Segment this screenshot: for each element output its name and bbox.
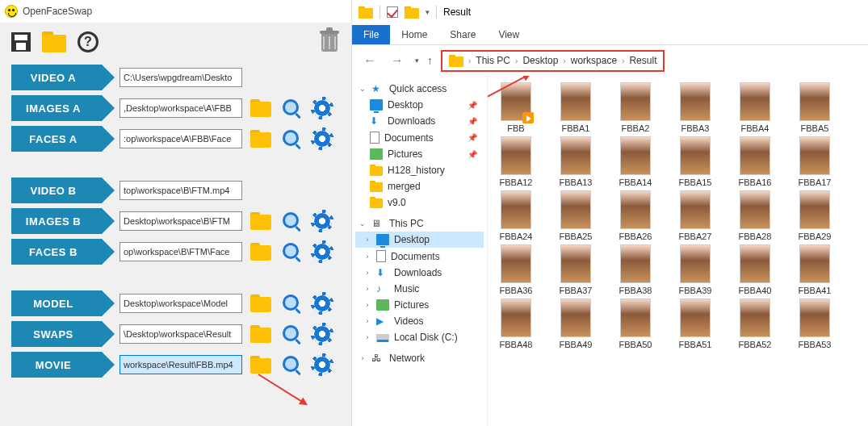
file-item[interactable]: FBBA24 [491,190,541,241]
tab-file[interactable]: File [352,25,390,44]
tree-pc-pictures[interactable]: ›Pictures [355,297,484,313]
file-item[interactable]: FBBA52 [730,299,780,349]
field-video-b[interactable] [120,181,242,200]
file-item[interactable]: FBBA50 [610,299,660,349]
tag-video-b[interactable]: VIDEO B [11,178,102,203]
file-item[interactable]: FBBA39 [670,244,720,295]
settings-button-faces-b[interactable] [310,240,334,264]
folder-button-images-b[interactable] [249,209,273,233]
file-item[interactable]: FBBA40 [730,244,780,295]
tag-swaps[interactable]: SWAPS [11,321,102,347]
folder-button-movie[interactable] [249,353,273,377]
crumb-workspace[interactable]: workspace [571,55,617,66]
file-item[interactable]: FBBA3 [670,82,720,133]
field-model[interactable] [120,294,242,313]
tree-h128[interactable]: H128_history [355,162,484,178]
tree-merged[interactable]: merged [355,178,484,194]
tab-view[interactable]: View [487,25,530,44]
dropdown-icon[interactable]: ▾ [426,8,430,16]
file-item[interactable]: FBBA49 [551,299,601,349]
tree-pc-documents[interactable]: ›Documents [355,248,484,265]
tree-documents[interactable]: Documents📌 [355,129,484,146]
quick-access-check-icon[interactable] [387,6,398,18]
file-item[interactable]: FBBA4 [730,82,780,133]
tree-downloads[interactable]: ⬇Downloads📌 [355,113,484,129]
folder-button-faces-a[interactable] [249,127,273,151]
folder-button-model[interactable] [249,291,273,315]
tree-pc-desktop[interactable]: ›Desktop [355,232,484,248]
file-item[interactable]: FBBA26 [610,190,660,241]
crumb-result[interactable]: Result [629,55,656,66]
tree-desktop[interactable]: Desktop📌 [355,97,484,113]
tag-movie[interactable]: MOVIE [11,352,102,378]
search-button-faces-b[interactable] [279,240,304,264]
search-button-images-b[interactable] [279,209,304,233]
field-video-a[interactable] [120,68,242,87]
search-button-faces-a[interactable] [279,127,304,151]
file-item[interactable]: FBBA13 [551,136,601,187]
file-item[interactable]: FBBA51 [670,299,720,349]
settings-button-faces-a[interactable] [310,127,334,151]
file-item[interactable]: FBBA17 [790,136,840,187]
search-button-model[interactable] [279,291,304,315]
tag-video-a[interactable]: VIDEO A [11,65,102,90]
file-item[interactable]: FBBA2 [610,82,660,133]
file-item[interactable]: FBBA16 [730,136,780,187]
field-faces-a[interactable] [120,129,242,148]
help-icon[interactable]: ? [78,31,99,52]
trash-icon[interactable] [319,31,340,53]
tree-pc-music[interactable]: ›♪Music [355,281,484,297]
tree-local-disk[interactable]: ›Local Disk (C:) [355,329,484,345]
tag-model[interactable]: MODEL [11,290,102,316]
open-folder-icon[interactable] [42,31,66,52]
file-item[interactable]: FBBA41 [790,244,840,295]
folder-button-images-a[interactable] [249,96,273,120]
folder-button-swaps[interactable] [249,322,273,346]
file-item[interactable]: FBBA12 [491,136,541,187]
field-swaps[interactable] [120,324,242,344]
field-movie[interactable] [120,355,242,374]
file-item[interactable]: FBBA36 [491,244,541,295]
tree-network[interactable]: ›🖧Network [355,350,484,366]
nav-forward-icon[interactable]: → [388,53,407,68]
tag-images-a[interactable]: IMAGES A [11,95,102,121]
settings-button-swaps[interactable] [310,322,334,346]
field-images-a[interactable] [120,98,242,118]
file-item[interactable]: FBBA14 [610,136,660,187]
tag-images-b[interactable]: IMAGES B [11,208,102,234]
file-item[interactable]: FBBA38 [610,244,660,295]
save-icon[interactable] [11,32,31,52]
tree-v90[interactable]: v9.0 [355,194,484,211]
tree-pc-videos[interactable]: ›▶Videos [355,313,484,329]
folder-button-faces-b[interactable] [249,240,273,264]
tag-faces-a[interactable]: FACES A [11,126,102,152]
file-item[interactable]: FBBA48 [491,299,541,349]
search-button-images-a[interactable] [279,96,304,120]
file-item[interactable]: FBBA53 [790,299,840,349]
tab-home[interactable]: Home [390,25,438,44]
file-item[interactable]: FBBA27 [670,190,720,241]
nav-up-icon[interactable]: ↑ [427,54,433,67]
tree-this-pc[interactable]: ⌄🖥This PC [355,215,484,232]
settings-button-movie[interactable] [310,353,334,377]
file-item[interactable]: FBBA1 [551,82,601,133]
crumb-desktop[interactable]: Desktop [522,55,558,66]
file-item[interactable]: FBBA5 [790,82,840,133]
file-item[interactable]: FBBA25 [551,190,601,241]
field-faces-b[interactable] [120,242,242,261]
breadcrumb[interactable]: › This PC › Desktop › workspace › Result [441,50,665,72]
file-item[interactable]: FBBA29 [790,190,840,241]
file-item[interactable]: FBBA37 [551,244,601,295]
nav-history-icon[interactable]: ▾ [415,56,419,65]
quick-folder-icon[interactable] [405,6,419,19]
tree-pictures[interactable]: Pictures📌 [355,146,484,162]
settings-button-images-a[interactable] [310,96,334,120]
tree-quick-access[interactable]: ⌄★Quick access [355,81,484,97]
tab-share[interactable]: Share [438,25,487,44]
search-button-swaps[interactable] [279,322,304,346]
tag-faces-b[interactable]: FACES B [11,239,102,265]
file-item[interactable]: FBBA15 [670,136,720,187]
search-button-movie[interactable] [279,353,304,377]
file-item[interactable]: FBBA28 [730,190,780,241]
settings-button-model[interactable] [310,291,334,315]
